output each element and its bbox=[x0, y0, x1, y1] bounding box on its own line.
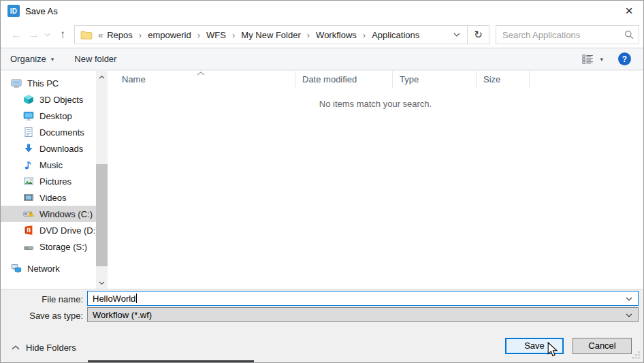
breadcrumb-overflow-icon[interactable]: « bbox=[98, 30, 103, 40]
sidebar-item-label: Windows (C:) bbox=[39, 209, 93, 219]
cancel-button[interactable]: Cancel bbox=[573, 338, 632, 354]
organize-label: Organize bbox=[10, 54, 46, 64]
film-icon bbox=[23, 192, 34, 203]
background-window-fragment bbox=[88, 360, 254, 362]
search-box bbox=[496, 25, 639, 44]
breadcrumb-separator-icon: › bbox=[363, 30, 366, 40]
chevron-down-icon bbox=[626, 313, 632, 317]
sidebar-item-label: Storage (S:) bbox=[39, 242, 87, 252]
up-button[interactable]: ↑ bbox=[54, 21, 71, 48]
breadcrumb-item[interactable]: Applications bbox=[372, 30, 419, 40]
organize-button[interactable]: Organize ▾ bbox=[10, 54, 54, 64]
chevron-up-icon bbox=[12, 345, 20, 350]
scrollbar-thumb[interactable] bbox=[96, 164, 108, 266]
save-as-type-select[interactable]: Workflow (*.wf) bbox=[87, 307, 639, 322]
column-header-date-modified[interactable]: Date modified bbox=[295, 71, 393, 88]
new-folder-button[interactable]: New folder bbox=[74, 54, 116, 64]
sidebar-scrollbar[interactable] bbox=[96, 71, 108, 289]
column-header-size[interactable]: Size bbox=[477, 71, 530, 88]
new-folder-label: New folder bbox=[74, 54, 116, 64]
sidebar-item-documents[interactable]: Documents bbox=[1, 124, 96, 140]
sidebar-item-label: Music bbox=[39, 160, 63, 170]
hide-folders-label: Hide Folders bbox=[26, 343, 76, 353]
sidebar-item-this-pc[interactable]: This PC bbox=[1, 75, 96, 91]
app-icon: ID bbox=[7, 5, 20, 17]
save-as-dialog: ID Save As × ← → ↑ « Repos › empowerid ›… bbox=[0, 0, 644, 363]
sidebar-item-3d-objects[interactable]: 3D Objects bbox=[1, 91, 96, 108]
this-pc-icon bbox=[11, 78, 22, 89]
drive-warning-icon bbox=[23, 208, 34, 219]
sidebar-item-label: Videos bbox=[39, 193, 67, 203]
command-toolbar: Organize ▾ New folder bbox=[1, 48, 643, 70]
back-button[interactable]: ← bbox=[7, 21, 25, 48]
chevron-down-icon[interactable] bbox=[626, 297, 632, 301]
sort-ascending-icon bbox=[197, 72, 205, 76]
sidebar-item-label: Documents bbox=[39, 127, 84, 138]
refresh-icon[interactable]: ↻ bbox=[467, 26, 489, 44]
folder-icon bbox=[80, 30, 93, 40]
help-icon: ? bbox=[622, 54, 627, 64]
sidebar-item-storage[interactable]: Storage (S:) bbox=[1, 238, 96, 255]
breadcrumb-separator-icon: › bbox=[307, 30, 310, 40]
navigation-pane: This PC 3D Objects Desktop Documents bbox=[1, 71, 96, 289]
breadcrumb-item[interactable]: Workflows bbox=[316, 30, 357, 40]
scroll-up-icon[interactable] bbox=[96, 72, 108, 82]
dvd-drive-icon bbox=[23, 225, 34, 236]
search-input[interactable] bbox=[496, 26, 619, 44]
window-title: Save As bbox=[25, 6, 58, 16]
sidebar-item-network[interactable]: Network bbox=[1, 260, 96, 277]
sidebar-item-dvd-drive[interactable]: DVD Drive (D:) 16 bbox=[1, 222, 96, 238]
close-icon[interactable]: × bbox=[620, 3, 638, 19]
sidebar-item-label: 3D Objects bbox=[39, 95, 83, 105]
breadcrumb-item[interactable]: empowerid bbox=[148, 30, 191, 40]
text-cursor bbox=[136, 294, 137, 303]
chevron-down-icon: ▾ bbox=[600, 56, 603, 63]
navigation-bar: ← → ↑ « Repos › empowerid › WFS › My New… bbox=[1, 21, 643, 48]
sidebar-item-downloads[interactable]: Downloads bbox=[1, 140, 96, 157]
hide-folders-button[interactable]: Hide Folders bbox=[12, 341, 76, 353]
change-view-button[interactable]: ▾ bbox=[582, 54, 603, 64]
file-list-area: Name Date modified Type Size No items ma… bbox=[108, 71, 643, 289]
mouse-cursor-icon bbox=[547, 342, 562, 358]
resize-grip[interactable] bbox=[632, 351, 641, 360]
sidebar-item-pictures[interactable]: Pictures bbox=[1, 173, 96, 189]
recent-locations-icon[interactable] bbox=[42, 21, 52, 48]
address-bar[interactable]: « Repos › empowerid › WFS › My New Folde… bbox=[74, 25, 489, 44]
sidebar-item-label: Downloads bbox=[39, 144, 83, 154]
sidebar-item-label: DVD Drive (D:) 16 bbox=[39, 225, 96, 236]
breadcrumb-item[interactable]: WFS bbox=[206, 30, 226, 40]
sidebar-item-label: This PC bbox=[27, 78, 59, 89]
title-bar: ID Save As × bbox=[1, 1, 643, 21]
save-as-type-value: Workflow (*.wf) bbox=[93, 310, 152, 320]
sidebar-item-label: Pictures bbox=[39, 176, 71, 187]
details-view-icon bbox=[582, 54, 594, 64]
file-name-label: File name: bbox=[1, 294, 83, 304]
sidebar-item-label: Network bbox=[27, 264, 60, 274]
forward-button[interactable]: → bbox=[25, 21, 43, 48]
breadcrumb-item[interactable]: Repos bbox=[107, 30, 133, 40]
picture-icon bbox=[23, 176, 34, 187]
sidebar-item-music[interactable]: Music bbox=[1, 157, 96, 173]
music-note-icon bbox=[23, 159, 34, 170]
breadcrumb-item[interactable]: My New Folder bbox=[241, 30, 300, 40]
desktop-icon bbox=[23, 110, 34, 121]
storage-drive-icon bbox=[23, 241, 34, 252]
sidebar-item-windows-c[interactable]: Windows (C:) bbox=[1, 206, 96, 222]
column-header-type[interactable]: Type bbox=[393, 71, 477, 88]
file-name-value: HelloWorld bbox=[93, 294, 135, 304]
file-name-input[interactable]: HelloWorld bbox=[87, 291, 639, 306]
breadcrumb-separator-icon: › bbox=[232, 30, 235, 40]
search-icon[interactable] bbox=[624, 30, 634, 40]
help-button[interactable]: ? bbox=[618, 52, 631, 65]
scroll-down-icon[interactable] bbox=[96, 277, 108, 288]
network-icon bbox=[11, 263, 22, 274]
document-icon bbox=[23, 127, 34, 138]
column-headers: Name Date modified Type Size bbox=[108, 71, 643, 88]
empty-list-message: No items match your search. bbox=[108, 99, 643, 109]
cube-icon bbox=[23, 94, 34, 105]
sidebar-item-label: Desktop bbox=[39, 111, 72, 121]
sidebar-item-videos[interactable]: Videos bbox=[1, 189, 96, 206]
address-dropdown-icon[interactable] bbox=[447, 26, 467, 44]
sidebar-item-desktop[interactable]: Desktop bbox=[1, 108, 96, 124]
breadcrumb-separator-icon: › bbox=[197, 30, 200, 40]
